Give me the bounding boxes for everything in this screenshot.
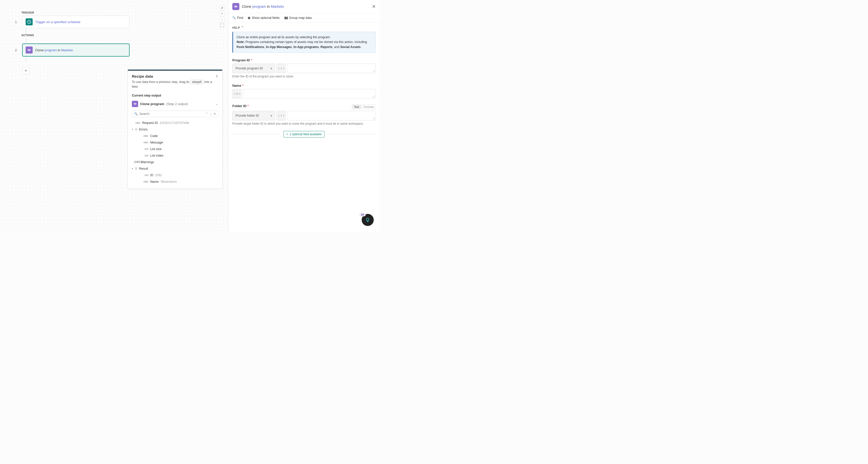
close-icon[interactable]: ✕ <box>372 4 376 9</box>
zoom-controls: ↺ + − ⛶ <box>219 5 224 28</box>
group-map-button[interactable]: ▮▮ Group map data <box>284 16 312 20</box>
recipe-title: Recipe data <box>132 74 153 79</box>
connector-3 <box>26 56 26 62</box>
fab-badge: 19 <box>359 213 366 216</box>
tree-warnings[interactable]: [ABC]Warnings <box>132 159 218 165</box>
tree-code[interactable]: ABCCode <box>132 133 218 139</box>
clear-icon[interactable]: ✕ <box>214 112 216 116</box>
optional-divider: + 1 optional field available <box>232 131 376 138</box>
step-2-card[interactable]: Clone program in Marketo <box>22 44 129 56</box>
find-button[interactable]: 🔍 Find <box>232 16 243 20</box>
plus-icon: + <box>286 133 288 136</box>
resize-icon[interactable]: ⇕ <box>216 75 218 78</box>
step-2-text: Clone program in Marketo <box>35 48 73 52</box>
connector-2 <box>26 38 26 44</box>
recipe-data-panel: Recipe data ⇕ To use data from a previou… <box>128 69 222 189</box>
datapill-chip: datapill <box>190 80 204 84</box>
show-optional-button[interactable]: ◉ Show optional fields <box>248 16 280 20</box>
num-type-badge: 1 2 3 <box>277 111 286 120</box>
text-chip[interactable]: Text <box>352 105 361 109</box>
marketo-icon <box>26 47 33 54</box>
chevron-up-icon: ⌃ <box>241 26 244 29</box>
flow: TRIGGER 1 Trigger on a specified schedul… <box>21 11 129 75</box>
list-icon: ☰ <box>135 167 137 170</box>
optional-fields-button[interactable]: + 1 optional field available <box>284 131 324 138</box>
help-box: Clone an entire program and all its asse… <box>232 32 376 53</box>
step-1-row: 1 Trigger on a specified schedule <box>21 16 129 28</box>
folder-id-input[interactable] <box>287 111 376 120</box>
search-box[interactable]: 🔍 ⌃ ⌄ ✕ <box>132 111 218 117</box>
panel-header: Clone program in Marketo ✕ <box>228 0 380 13</box>
tree-name[interactable]: ABCName *Brainstorm <box>132 178 218 185</box>
name-label: Name * <box>232 84 376 87</box>
fit-button[interactable]: ⛶ <box>219 23 224 28</box>
zoom-in-button[interactable]: + <box>219 11 224 16</box>
formula-chip[interactable]: Formula <box>362 105 376 109</box>
program-id-select[interactable]: Provide program ID <box>232 64 275 73</box>
num-type-badge: 1 2 3 <box>277 64 286 73</box>
mode-toggle: Text Formula <box>352 105 376 109</box>
output-header[interactable]: Clone program (Step 2 output) ⌄ <box>128 99 222 109</box>
step-1-card[interactable]: Trigger on a specified schedule <box>22 16 129 28</box>
search-icon: 🔍 <box>134 112 138 116</box>
clock-icon <box>26 18 33 25</box>
prev-icon[interactable]: ⌃ <box>206 112 208 116</box>
lightbulb-icon <box>365 218 370 223</box>
undo-button[interactable]: ↺ <box>219 5 224 10</box>
folder-id-field: Folder ID * Text Formula Provide folder … <box>232 104 376 125</box>
tree-request-id[interactable]: ABC Request ID 1019c#17103747e9e <box>132 120 218 126</box>
output-subtitle: (Step 2 output) <box>166 102 188 106</box>
step-1-text: Trigger on a specified schedule <box>35 20 81 24</box>
list-icon: ☰ <box>135 128 137 131</box>
folder-id-helper: Provide target folder ID in which you wa… <box>232 122 376 125</box>
panel-title: Clone program in Marketo <box>242 4 284 8</box>
chevron-down-icon[interactable]: ⌄ <box>216 102 218 106</box>
program-id-field: Program ID * Provide program ID 1 2 3 En… <box>232 58 376 78</box>
program-id-input[interactable] <box>287 64 376 73</box>
marketo-icon <box>132 101 138 107</box>
tree-list-size[interactable]: 123List size <box>132 146 218 152</box>
tree-result[interactable]: ▾☰ Result <box>132 165 218 172</box>
tree-id[interactable]: 123ID 1091 <box>132 172 218 178</box>
marketo-icon <box>232 3 239 10</box>
tree-list-index[interactable]: 123List index <box>132 152 218 159</box>
help-toggle[interactable]: HELP ⌃ <box>232 26 376 29</box>
panel-body: HELP ⌃ Clone an entire program and all i… <box>228 22 380 232</box>
current-step-output-label: Current step output <box>128 91 222 99</box>
folder-id-label: Folder ID * <box>232 104 249 108</box>
zoom-out-button[interactable]: − <box>219 17 224 22</box>
config-panel: Clone program in Marketo ✕ 🔍 Find ◉ Show… <box>228 0 380 232</box>
program-id-helper: Enter the ID of the program you want to … <box>232 75 376 78</box>
search-icon: 🔍 <box>232 16 236 19</box>
name-input[interactable] <box>243 89 376 98</box>
output-title: Clone program <box>140 102 164 106</box>
tree-message[interactable]: ABCMessage <box>132 139 218 146</box>
connector-1 <box>26 28 26 34</box>
actions-label: ACTIONS <box>21 34 129 37</box>
trigger-label: TRIGGER <box>21 11 129 14</box>
program-id-label: Program ID * <box>232 58 376 62</box>
tree-errors[interactable]: ▾☰ Errors <box>132 126 218 133</box>
next-icon[interactable]: ⌄ <box>210 112 212 116</box>
map-icon: ▮▮ <box>284 16 288 20</box>
eye-icon: ◉ <box>248 16 250 20</box>
output-tree: ABC Request ID 1019c#17103747e9e ▾☰ Erro… <box>128 119 222 188</box>
help-fab[interactable]: 19 <box>362 214 374 226</box>
folder-id-select[interactable]: Provide folder ID <box>232 111 275 120</box>
name-field: Name * A B C <box>232 84 376 98</box>
panel-toolbar: 🔍 Find ◉ Show optional fields ▮▮ Group m… <box>228 13 380 22</box>
abc-type-badge: A B C <box>232 89 242 98</box>
step-2-row: 2 Clone program in Marketo <box>21 44 129 56</box>
step-2-number: 2 <box>15 48 17 52</box>
search-input[interactable] <box>140 112 204 116</box>
recipe-subtitle: To use data from a previous step, drag i… <box>132 80 218 89</box>
add-step-button[interactable]: + <box>22 67 30 75</box>
step-1-number: 1 <box>15 20 17 24</box>
